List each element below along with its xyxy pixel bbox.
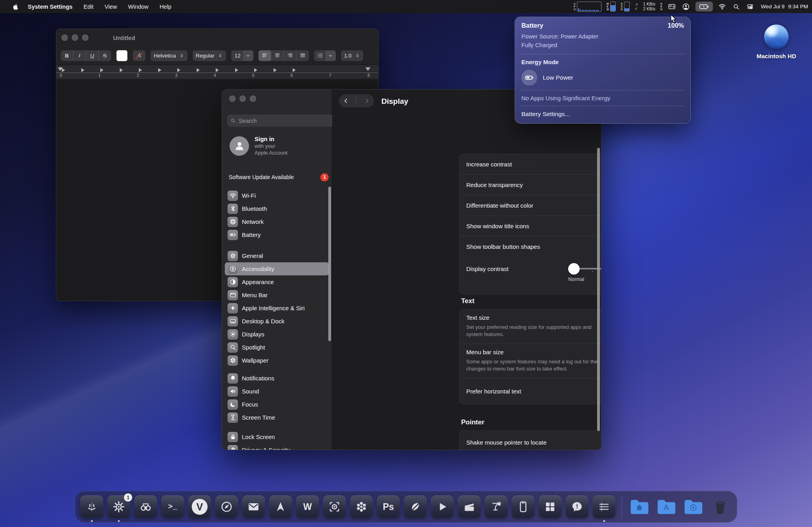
search-input[interactable] [238, 117, 330, 124]
cpu-widget[interactable]: CPU [574, 2, 601, 12]
dock-finder[interactable] [80, 495, 103, 518]
tab-stop-marker[interactable] [216, 68, 219, 72]
dock-lines-app[interactable] [593, 495, 616, 518]
menu-edit[interactable]: Edit [78, 4, 99, 10]
settings-search-field[interactable] [227, 115, 333, 127]
sidebar-item-privacy-security[interactable]: Privacy & Security [225, 443, 329, 450]
macintosh-hd-desktop-icon[interactable]: Macintosh HD [756, 25, 796, 59]
sidebar-item-spotlight[interactable]: Spotlight [225, 341, 329, 354]
battery-settings-item[interactable]: Battery Settings... [521, 111, 684, 118]
tab-stop-marker[interactable] [158, 68, 161, 72]
close-button[interactable] [229, 95, 236, 102]
dock-paint-app[interactable] [404, 495, 427, 518]
tab-stop-marker[interactable] [120, 68, 123, 72]
back-button[interactable] [343, 97, 349, 104]
dock-maps[interactable] [269, 495, 292, 518]
sidebar-item-notifications[interactable]: Notifications [225, 372, 329, 385]
tab-stop-marker[interactable] [254, 68, 257, 72]
zoom-button[interactable] [82, 34, 88, 41]
sidebar-item-appearance[interactable]: Appearance [225, 275, 329, 288]
menu-view[interactable]: View [99, 4, 123, 10]
sidebar-item-lock-screen[interactable]: Lock Screen [225, 430, 329, 443]
network-arrows-icon[interactable]: ↗↙ [635, 3, 638, 10]
mem-widget[interactable]: MEM [607, 2, 616, 11]
italic-button[interactable]: I [73, 50, 86, 61]
sidebar-item-network[interactable]: Network [225, 215, 329, 228]
sidebar-item-wi-fi[interactable]: Wi-Fi [225, 189, 329, 202]
zoom-button[interactable] [250, 95, 256, 102]
sidebar-item-desktop-dock[interactable]: Desktop & Dock [225, 315, 329, 328]
dock-system-settings[interactable]: 1 [107, 495, 130, 518]
sidebar-item-accessibility[interactable]: Accessibility [225, 262, 329, 275]
network-speeds[interactable]: 1 KB/s 2 KB/s [643, 2, 655, 11]
menu-system-settings[interactable]: System Settings [22, 4, 78, 10]
tab-stop-marker[interactable] [235, 68, 238, 72]
sidebar-item-displays[interactable]: Displays [225, 328, 329, 341]
textedit-titlebar[interactable]: Untitled [56, 29, 378, 46]
low-power-item[interactable]: Low Power [521, 70, 684, 86]
dock-word[interactable]: W [296, 495, 319, 518]
dock-binoculars-app[interactable] [134, 495, 157, 518]
ssd-widget[interactable]: SSD [621, 2, 630, 11]
dock-play-app[interactable] [431, 495, 454, 518]
tab-stop-marker[interactable] [177, 68, 180, 72]
tab-stop-marker[interactable] [197, 68, 200, 72]
tab-stop-marker[interactable] [100, 68, 103, 72]
wifi-menu[interactable] [718, 2, 727, 11]
dock-cocktail-app[interactable] [485, 495, 508, 518]
sidebar-item-sound[interactable]: Sound [225, 385, 329, 398]
sidebar-item-wallpaper[interactable]: Wallpaper [225, 354, 329, 367]
menu-bar-clock[interactable]: Wed Jul 9 9:34 PM [761, 4, 808, 10]
font-family-select[interactable]: Helvetica [151, 50, 188, 61]
forward-button[interactable] [364, 97, 370, 104]
sidebar-item-menu-bar[interactable]: Menu Bar [225, 288, 329, 302]
content-scrollbar[interactable] [597, 148, 600, 431]
left-margin-marker[interactable] [58, 67, 63, 71]
minimize-button[interactable] [72, 34, 78, 41]
tab-stop-marker[interactable] [274, 68, 277, 72]
battery-menu[interactable] [695, 2, 713, 11]
sensors-widget[interactable]: SEN [661, 2, 663, 11]
font-size-select[interactable]: 12 [231, 50, 253, 61]
control-center-menu[interactable] [746, 2, 755, 11]
dock-screenshot[interactable] [323, 495, 346, 518]
dock-applications-folder[interactable] [655, 495, 678, 518]
list-style-select[interactable] [314, 50, 336, 61]
tab-stop-marker[interactable] [81, 68, 84, 72]
menu-help[interactable]: Help [154, 4, 177, 10]
dock-downloads-folder[interactable] [682, 495, 705, 518]
right-margin-marker[interactable] [366, 67, 370, 71]
dock-feedback-assistant[interactable] [566, 495, 589, 518]
sidebar-item-apple-intelligence-siri[interactable]: Apple Intelligence & Siri [225, 302, 329, 315]
align-justify-button[interactable] [297, 50, 309, 61]
close-button[interactable] [61, 34, 68, 41]
sidebar-item-screen-time[interactable]: Screen Time [225, 411, 329, 424]
align-right-button[interactable] [284, 50, 297, 61]
dock-trash[interactable] [709, 495, 732, 518]
dock-mail[interactable] [242, 495, 265, 518]
text-size-row[interactable]: Text size Default › Set your preferred r… [460, 309, 601, 344]
contrast-slider-knob[interactable] [568, 263, 580, 275]
sidebar-item-general[interactable]: General [225, 249, 329, 262]
clear-style-button[interactable]: A [133, 50, 146, 61]
sidebar-item-focus[interactable]: Focus [225, 398, 329, 411]
dock-photos[interactable] [350, 495, 373, 518]
dock-terminal[interactable]: >_ [161, 495, 184, 518]
menu-window[interactable]: Window [123, 4, 154, 10]
strikethrough-button[interactable]: S [99, 50, 111, 61]
text-color-well[interactable] [116, 50, 128, 61]
dock-video-editor[interactable] [458, 495, 481, 518]
user-menu[interactable] [682, 2, 690, 11]
minimize-button[interactable] [239, 95, 246, 102]
sidebar-scrollbar[interactable] [328, 187, 331, 341]
tab-stop-marker[interactable] [139, 68, 142, 72]
sidebar-item-battery[interactable]: Battery [225, 228, 329, 241]
spotlight-menu[interactable] [732, 2, 741, 11]
textedit-ruler[interactable]: 012345678 [56, 65, 378, 80]
dock-safari[interactable] [215, 495, 238, 518]
line-spacing-select[interactable]: 1.0 [341, 50, 363, 61]
align-center-button[interactable] [271, 50, 284, 61]
input-source-menu[interactable] [668, 2, 676, 11]
dock-home-folder[interactable] [628, 495, 651, 518]
dock-iphone-mirroring[interactable] [512, 495, 535, 518]
